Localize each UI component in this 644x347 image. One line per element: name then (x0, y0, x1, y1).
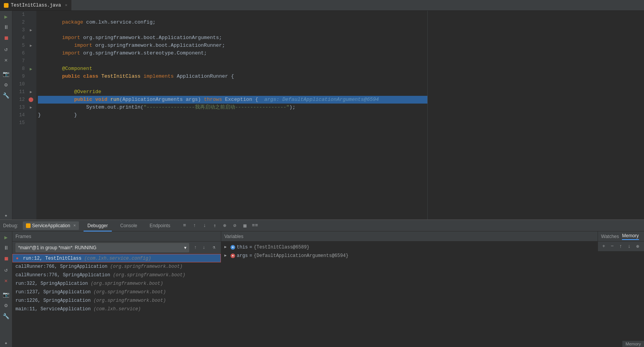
service-app-close[interactable]: × (73, 223, 76, 228)
line-num-15: 15 (15, 119, 25, 127)
editor-area: ▶ ⏸ ⏹ ↺ ✕ 📷 ⚙ 🔧 ✦ 1 2 3 4 5 6 7 8 9 10 1… (0, 11, 644, 219)
watches-tab[interactable]: Watches (601, 234, 619, 239)
gutter-14 (28, 111, 34, 119)
copy-watch-btn[interactable]: ⊕ (634, 243, 641, 250)
code-line-14: } (38, 111, 427, 119)
step-into-btn[interactable]: ↓ (200, 221, 209, 230)
up-watch-btn[interactable]: ↑ (617, 243, 624, 250)
frame-item-6[interactable]: main:11, ServiceApplication (com.lxh.ser… (12, 305, 221, 313)
gutter-4 (28, 34, 34, 42)
code-line-10: @Override (38, 80, 427, 88)
variables-header: Variables (221, 231, 598, 242)
frames-list: ● run:12, TestInitClass (com.lxh.service… (12, 254, 221, 347)
tools-icon[interactable]: 🔧 (2, 91, 10, 100)
java-file-icon (4, 3, 9, 8)
frames-filter-btn[interactable]: ⚗ (210, 244, 218, 252)
breakpoint-dot: ● (16, 256, 19, 261)
debug-camera-btn[interactable]: 📷 (2, 290, 10, 299)
add-watch-btn[interactable]: + (600, 243, 607, 250)
step-over-btn[interactable]: ↑ (190, 221, 199, 230)
line-num-13: 13 (15, 104, 25, 111)
debug-close-btn[interactable]: ✕ (2, 276, 10, 285)
endpoints-tab[interactable]: Endpoints (146, 220, 174, 231)
memory-text: Memory (625, 342, 641, 346)
watches-memory-panel: Watches Memory + − ↑ ↓ ⊕ (598, 231, 644, 347)
debug-stop-btn[interactable]: ⏹ (2, 255, 10, 263)
frame-item-3[interactable]: run:322, SpringApplication (org.springfr… (12, 279, 221, 288)
more-debug-btn[interactable]: ≡≡ (251, 221, 259, 230)
evaluate-btn[interactable]: ⊘ (231, 221, 239, 230)
debug-more-btn[interactable]: ✦ (2, 338, 10, 347)
var-row-this[interactable]: ▶ ● this = {TestInitClass@6589} (221, 243, 598, 252)
debugger-tab[interactable]: Debugger (84, 220, 112, 231)
editor-side-icons: ▶ ⏸ ⏹ ↺ ✕ 📷 ⚙ 🔧 ✦ (0, 11, 12, 219)
gutter-11: ▶ (28, 88, 34, 96)
service-app-label: ServiceApplication (32, 223, 70, 228)
gutter-3: ▶ (28, 26, 34, 34)
memory-tab[interactable]: Memory (622, 233, 639, 240)
right-editor-panel (427, 11, 644, 219)
code-line-7: @Component (38, 57, 427, 65)
rerun-icon[interactable]: ↺ (2, 45, 10, 53)
down-watch-btn[interactable]: ↓ (626, 243, 633, 250)
frame-0-text: run:12, TestInitClass (com.lxh.service.c… (23, 256, 151, 261)
line-num-5: 5 (15, 42, 25, 49)
close-debug-icon[interactable]: ✕ (2, 56, 10, 64)
debug-label: Debug: (3, 223, 18, 228)
gutter-7 (28, 57, 34, 65)
remove-watch-btn[interactable]: − (609, 243, 616, 250)
line-gutter: ▶ ▶ ▶ ▶ ▶ (28, 11, 36, 219)
camera-icon[interactable]: 📷 (2, 70, 10, 78)
gutter-13: ▶ (28, 104, 34, 111)
debug-settings-btn[interactable]: ⚙ (2, 301, 10, 310)
code-line-1: package com.lxh.service.config; (38, 11, 427, 19)
watches-toolbar: + − ↑ ↓ ⊕ (598, 242, 644, 252)
line-num-4: 4 (15, 34, 25, 42)
debug-header: Debug: ServiceApplication × Debugger Con… (0, 220, 644, 231)
line-numbers: 1 2 3 4 5 6 7 8 9 10 11 12 13 14 15 (12, 11, 28, 219)
args-expand-icon[interactable]: ▶ (224, 252, 229, 260)
active-tab[interactable]: TestInitClass.java × (0, 0, 72, 10)
debug-tools-btn[interactable]: 🔧 (2, 312, 10, 320)
frame-up-btn[interactable]: ↑ (191, 244, 199, 252)
settings-icon[interactable]: ⚙ (2, 80, 10, 89)
thread-dropdown[interactable]: *main*@1 in group *main*: RUNNING ▾ (15, 243, 189, 252)
stop-icon[interactable]: ⏹ (2, 34, 10, 43)
more-icon[interactable]: ✦ (2, 211, 10, 219)
service-app-tab[interactable]: ServiceApplication × (23, 221, 79, 230)
frame-down-btn[interactable]: ↓ (200, 244, 208, 252)
tab-close-button[interactable]: × (65, 3, 68, 8)
code-line-15 (38, 119, 427, 127)
gutter-12 (28, 96, 34, 104)
gutter-6 (28, 49, 34, 57)
frames-header: Frames (12, 231, 221, 242)
step-out-btn[interactable]: ⇑ (210, 221, 219, 230)
frame-item-0[interactable]: ● run:12, TestInitClass (com.lxh.service… (12, 254, 221, 262)
thread-dropdown-label: *main*@1 in group *main*: RUNNING (18, 245, 96, 250)
code-editor[interactable]: 1 2 3 4 5 6 7 8 9 10 11 12 13 14 15 ▶ ▶ … (12, 11, 427, 219)
line-num-7: 7 (15, 57, 25, 65)
memory-indicator: Memory (622, 340, 644, 347)
gutter-2 (28, 19, 34, 26)
code-content[interactable]: package com.lxh.service.config; import o… (36, 11, 427, 219)
this-var-name: this (237, 243, 248, 252)
run-to-cursor-btn[interactable]: ⊕ (220, 221, 229, 230)
pause-icon[interactable]: ⏸ (2, 23, 10, 32)
line-num-10: 10 (15, 80, 25, 88)
debug-pause-btn[interactable]: ⏸ (2, 244, 10, 252)
frame-item-2[interactable]: callRunners:776, SpringApplication (org.… (12, 271, 221, 279)
grid-btn[interactable]: ▦ (241, 221, 249, 230)
frame-item-4[interactable]: run:1237, SpringApplication (org.springf… (12, 288, 221, 296)
frames-label: Frames (15, 234, 31, 239)
list-view-btn[interactable]: ≡ (180, 221, 189, 230)
frame-item-1[interactable]: callRunner:766, SpringApplication (org.s… (12, 262, 221, 271)
line-num-11: 11 (15, 88, 25, 96)
console-tab[interactable]: Console (116, 220, 141, 231)
debug-resume-btn[interactable]: ▶ (2, 233, 10, 242)
variables-label: Variables (224, 234, 243, 239)
var-row-args[interactable]: ▶ ● args = {DefaultApplicationArguments@… (221, 252, 598, 260)
resume-icon[interactable]: ▶ (2, 12, 10, 21)
frame-item-5[interactable]: run:1226, SpringApplication (org.springf… (12, 296, 221, 305)
this-expand-icon[interactable]: ▶ (224, 243, 229, 252)
debug-rerun-btn[interactable]: ↺ (2, 265, 10, 274)
